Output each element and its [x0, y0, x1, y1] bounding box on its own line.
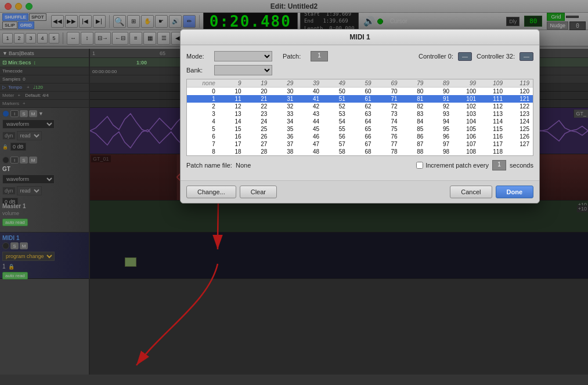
increment-checkbox[interactable]	[416, 162, 423, 169]
cell-4-1[interactable]: 14	[219, 118, 245, 125]
cell-8-3[interactable]: 38	[270, 148, 297, 155]
cell-6-3[interactable]: 36	[270, 133, 297, 140]
patch-row-3[interactable]: 3132333435363738393103113123	[187, 110, 533, 118]
cell-4-10[interactable]: 104	[453, 118, 479, 125]
cell-6-4[interactable]: 46	[297, 133, 323, 140]
cell-6-10[interactable]: 106	[453, 133, 479, 140]
cell-8-7[interactable]: 78	[375, 148, 401, 155]
cell-5-2[interactable]: 25	[245, 125, 271, 133]
cell-6-11[interactable]: 116	[479, 133, 506, 140]
cell-8-2[interactable]: 28	[245, 148, 271, 155]
cell-7-11[interactable]: 117	[479, 140, 506, 148]
cell-0-1[interactable]: 10	[219, 88, 245, 96]
cell-4-6[interactable]: 64	[349, 118, 375, 125]
cell-8-0[interactable]: 8	[187, 148, 219, 155]
cell-2-2[interactable]: 22	[245, 103, 271, 110]
cell-7-3[interactable]: 37	[270, 140, 297, 148]
cell-0-7[interactable]: 70	[375, 88, 401, 96]
cell-4-2[interactable]: 24	[245, 118, 271, 125]
cancel-button[interactable]: Cancel	[450, 186, 492, 198]
cell-1-9[interactable]: 91	[427, 95, 453, 103]
patch-row-5[interactable]: 5152535455565758595105115125	[187, 125, 533, 133]
cell-5-7[interactable]: 75	[375, 125, 401, 133]
cell-4-0[interactable]: 4	[187, 118, 219, 125]
cell-1-8[interactable]: 81	[401, 95, 427, 103]
cell-1-4[interactable]: 41	[297, 95, 323, 103]
cell-2-10[interactable]: 102	[453, 103, 479, 110]
cell-3-1[interactable]: 13	[219, 110, 245, 118]
patch-row-4[interactable]: 4142434445464748494104114124	[187, 118, 533, 125]
cell-2-6[interactable]: 62	[349, 103, 375, 110]
mode-select[interactable]	[214, 51, 272, 61]
cell-4-5[interactable]: 54	[323, 118, 349, 125]
bank-select[interactable]	[214, 65, 272, 75]
cell-2-9[interactable]: 92	[427, 103, 453, 110]
clear-button[interactable]: Clear	[240, 186, 277, 198]
patch-row-7[interactable]: 7172737475767778797107117127	[187, 140, 533, 148]
cell-0-9[interactable]: 90	[427, 88, 453, 96]
change-button[interactable]: Change...	[186, 186, 236, 198]
cell-6-8[interactable]: 86	[401, 133, 427, 140]
cell-5-9[interactable]: 95	[427, 125, 453, 133]
cell-2-0[interactable]: 2	[187, 103, 219, 110]
patch-input[interactable]: 1	[311, 51, 328, 61]
cell-0-2[interactable]: 20	[245, 88, 271, 96]
cell-3-5[interactable]: 53	[323, 110, 349, 118]
cell-6-12[interactable]: 126	[506, 133, 533, 140]
cell-8-11[interactable]: 118	[479, 148, 506, 155]
cell-1-1[interactable]: 11	[219, 95, 245, 103]
cell-7-5[interactable]: 57	[323, 140, 349, 148]
cell-0-0[interactable]: 0	[187, 88, 219, 96]
cell-0-4[interactable]: 40	[297, 88, 323, 96]
cell-0-12[interactable]: 120	[506, 88, 533, 96]
cell-5-3[interactable]: 35	[270, 125, 297, 133]
cell-3-8[interactable]: 83	[401, 110, 427, 118]
cell-1-11[interactable]: 111	[479, 95, 506, 103]
patch-row-0[interactable]: 0102030405060708090100110120	[187, 88, 533, 96]
cell-1-10[interactable]: 101	[453, 95, 479, 103]
cell-5-10[interactable]: 105	[453, 125, 479, 133]
cell-3-11[interactable]: 113	[479, 110, 506, 118]
cell-6-6[interactable]: 66	[349, 133, 375, 140]
cell-8-6[interactable]: 68	[349, 148, 375, 155]
cell-7-7[interactable]: 77	[375, 140, 401, 148]
cell-7-10[interactable]: 107	[453, 140, 479, 148]
cell-7-2[interactable]: 27	[245, 140, 271, 148]
ctrl0-btn[interactable]: —	[458, 52, 472, 61]
cell-1-0[interactable]: 1	[187, 95, 219, 103]
cell-8-4[interactable]: 48	[297, 148, 323, 155]
cell-6-1[interactable]: 16	[219, 133, 245, 140]
patch-row-2[interactable]: 2122232425262728292102112122	[187, 103, 533, 110]
cell-1-6[interactable]: 61	[349, 95, 375, 103]
cell-2-11[interactable]: 112	[479, 103, 506, 110]
cell-2-8[interactable]: 82	[401, 103, 427, 110]
cell-1-12[interactable]: 121	[506, 95, 533, 103]
cell-4-8[interactable]: 84	[401, 118, 427, 125]
cell-5-4[interactable]: 45	[297, 125, 323, 133]
patch-row-8[interactable]: 8182838485868788898108118	[187, 148, 533, 155]
cell-5-11[interactable]: 115	[479, 125, 506, 133]
cell-5-6[interactable]: 65	[349, 125, 375, 133]
cell-7-6[interactable]: 67	[349, 140, 375, 148]
cell-0-10[interactable]: 100	[453, 88, 479, 96]
cell-3-6[interactable]: 63	[349, 110, 375, 118]
cell-2-1[interactable]: 12	[219, 103, 245, 110]
cell-8-8[interactable]: 88	[401, 148, 427, 155]
done-button[interactable]: Done	[496, 186, 534, 198]
cell-4-3[interactable]: 34	[270, 118, 297, 125]
cell-0-6[interactable]: 60	[349, 88, 375, 96]
cell-8-10[interactable]: 108	[453, 148, 479, 155]
cell-0-5[interactable]: 50	[323, 88, 349, 96]
cell-7-0[interactable]: 7	[187, 140, 219, 148]
patch-row-1[interactable]: 1112131415161718191101111121	[187, 95, 533, 103]
cell-7-9[interactable]: 97	[427, 140, 453, 148]
cell-8-5[interactable]: 58	[323, 148, 349, 155]
cell-2-5[interactable]: 52	[323, 103, 349, 110]
cell-4-4[interactable]: 44	[297, 118, 323, 125]
cell-3-3[interactable]: 33	[270, 110, 297, 118]
cell-3-10[interactable]: 103	[453, 110, 479, 118]
cell-6-2[interactable]: 26	[245, 133, 271, 140]
cell-3-0[interactable]: 3	[187, 110, 219, 118]
cell-1-5[interactable]: 51	[323, 95, 349, 103]
cell-4-11[interactable]: 114	[479, 118, 506, 125]
